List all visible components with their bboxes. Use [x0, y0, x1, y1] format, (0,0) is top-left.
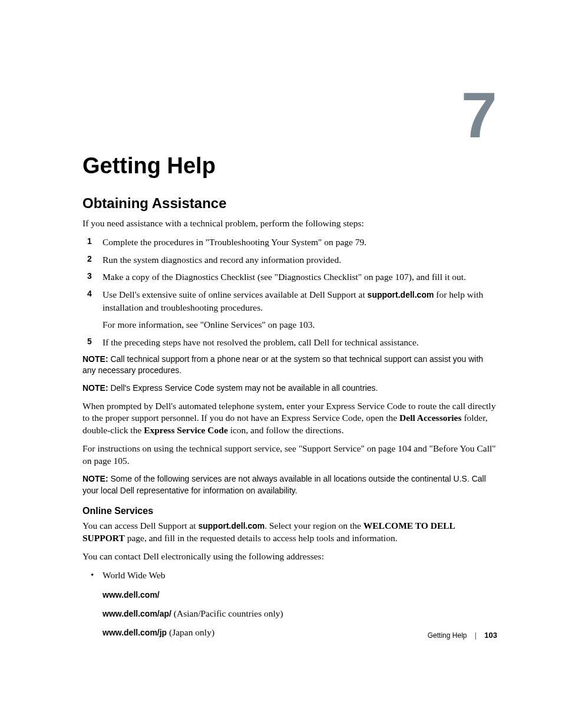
- url-dell: www.dell.com/: [103, 590, 160, 599]
- manual-page: 7 Getting Help Obtaining Assistance If y…: [0, 0, 562, 728]
- step-text: If the preceding steps have not resolved…: [103, 337, 419, 347]
- step-number: 4: [87, 288, 92, 300]
- page-number: 103: [484, 631, 497, 640]
- note-service-availability: NOTE: Some of the following services are…: [82, 473, 497, 496]
- address-www: World Wide Web www.dell.com/ www.dell.co…: [82, 569, 497, 640]
- page-content: Getting Help Obtaining Assistance If you…: [82, 153, 497, 640]
- footer-section: Getting Help: [428, 631, 467, 640]
- note-text: Dell's Express Service Code system may n…: [110, 383, 378, 393]
- numbered-steps: 1 Complete the procedures in "Troublesho…: [82, 236, 497, 349]
- step-text: Complete the procedures in "Troubleshoot…: [103, 237, 366, 247]
- bullet-label: World Wide Web: [103, 570, 166, 580]
- contact-addresses: World Wide Web www.dell.com/ www.dell.co…: [82, 569, 497, 640]
- subhead-online-services: Online Services: [82, 506, 497, 516]
- note-text: Call technical support from a phone near…: [82, 354, 483, 375]
- dell-accessories-folder: Dell Accessories: [399, 413, 461, 423]
- online-services-p1: You can access Dell Support at support.d…: [82, 520, 497, 545]
- support-url: support.dell.com: [368, 290, 434, 299]
- note-text: Some of the following services are not a…: [82, 474, 486, 495]
- note-express-code-availability: NOTE: Dell's Express Service Code system…: [82, 383, 497, 394]
- express-service-code-icon-ref: Express Service Code: [144, 425, 228, 435]
- instructions-paragraph: For instructions on using the technical …: [82, 443, 497, 467]
- step-1: 1 Complete the procedures in "Troublesho…: [82, 236, 497, 249]
- step-2: 2 Run the system diagnostics and record …: [82, 253, 497, 266]
- step-number: 5: [87, 336, 92, 348]
- step-4: 4 Use Dell's extensive suite of online s…: [82, 288, 497, 331]
- note-label: NOTE:: [82, 354, 108, 364]
- step-number: 2: [87, 253, 92, 265]
- step-5: 5 If the preceding steps have not resolv…: [82, 336, 497, 349]
- step-text: Use Dell's extensive suite of online ser…: [103, 289, 483, 312]
- chapter-title: Getting Help: [82, 153, 497, 179]
- step-number: 3: [87, 271, 92, 282]
- express-service-code-paragraph: When prompted by Dell's automated teleph…: [82, 400, 497, 437]
- intro-paragraph: If you need assistance with a technical …: [82, 218, 497, 230]
- step-3: 3 Make a copy of the Diagnostics Checkli…: [82, 271, 497, 284]
- step-text: Make a copy of the Diagnostics Checklist…: [103, 272, 466, 282]
- chapter-number: 7: [461, 83, 497, 147]
- support-url: support.dell.com: [198, 521, 265, 531]
- url-dell-ap-note: (Asian/Pacific countries only): [171, 608, 283, 618]
- note-call-support: NOTE: Call technical support from a phon…: [82, 354, 497, 377]
- step-4-subtext: For more information, see "Online Servic…: [103, 318, 497, 331]
- url-dell-jp-note: (Japan only): [167, 627, 214, 637]
- online-services-p2: You can contact Dell electronically usin…: [82, 551, 497, 563]
- page-footer: Getting Help | 103: [428, 631, 497, 640]
- section-title-obtaining-assistance: Obtaining Assistance: [82, 195, 497, 212]
- url-dell-jp: www.dell.com/jp: [103, 628, 167, 637]
- footer-separator: |: [475, 631, 477, 640]
- note-label: NOTE:: [82, 474, 108, 483]
- step-text: Run the system diagnostics and record an…: [103, 255, 341, 265]
- url-dell-ap: www.dell.com/ap/: [103, 609, 171, 618]
- step-number: 1: [87, 236, 92, 248]
- note-label: NOTE:: [82, 383, 108, 393]
